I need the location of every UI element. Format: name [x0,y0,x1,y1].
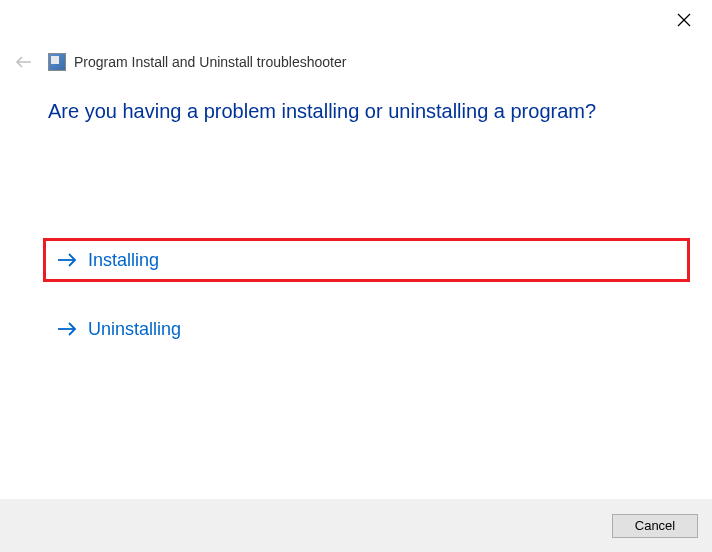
option-installing[interactable]: Installing [43,238,690,282]
option-label: Installing [88,250,159,271]
option-uninstalling[interactable]: Uninstalling [46,310,692,348]
content-area: Are you having a problem installing or u… [48,100,692,348]
header-bar: Program Install and Uninstall troublesho… [10,48,346,76]
close-icon [677,13,691,27]
options-list: Installing Uninstalling [48,238,692,348]
option-label: Uninstalling [88,319,181,340]
back-button[interactable] [10,48,38,76]
back-arrow-icon [14,52,34,72]
close-button[interactable] [674,10,694,30]
app-title: Program Install and Uninstall troublesho… [74,54,346,70]
footer-bar: Cancel [0,499,712,552]
page-heading: Are you having a problem installing or u… [48,100,692,123]
cancel-button[interactable]: Cancel [612,514,698,538]
app-icon [48,53,66,71]
arrow-right-icon [56,318,78,340]
arrow-right-icon [56,249,78,271]
